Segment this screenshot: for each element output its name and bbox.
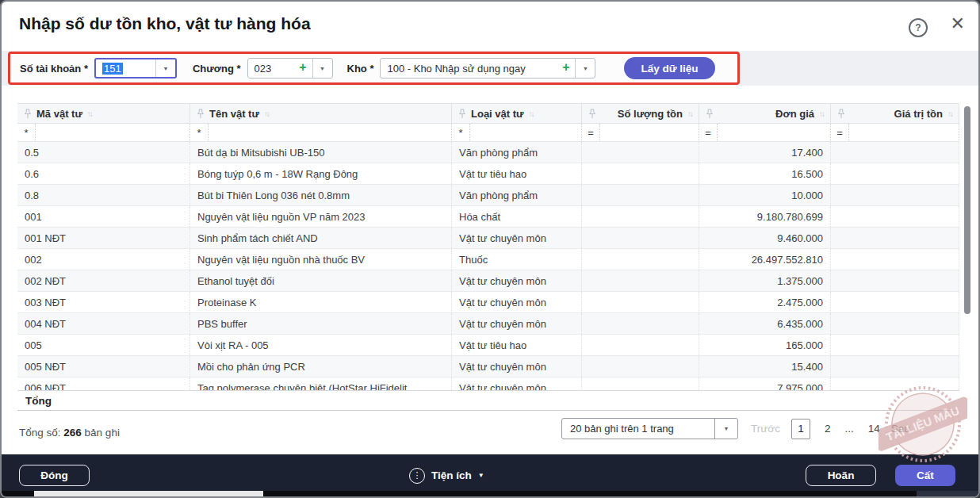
horizontal-scrollbar[interactable] (2, 491, 978, 496)
cell-quantity[interactable] (582, 292, 699, 312)
cell-name[interactable]: Bút dạ bi Mitsubishi UB-150 (190, 142, 452, 163)
column-header[interactable]: Đơn giá ↑↓ (699, 104, 831, 123)
cell-stock-value[interactable] (831, 313, 959, 334)
cell-type[interactable]: Vật tư chuyên môn (452, 356, 582, 377)
save-button[interactable]: Cất (895, 465, 955, 486)
cell-quantity[interactable] (582, 185, 699, 205)
cell-unit-price[interactable]: 1.375.000 (699, 270, 831, 291)
filter-cell[interactable]: = (831, 124, 959, 141)
close-button[interactable]: Đóng (19, 465, 90, 486)
cell-code[interactable]: 003 NĐT (17, 292, 190, 312)
cell-stock-value[interactable] (831, 249, 959, 270)
cell-type[interactable]: Văn phòng phẩm (452, 185, 582, 205)
horizontal-scrollbar-thumb[interactable] (34, 491, 263, 496)
cell-name[interactable]: Taq polymerase chuyên biệt (HotStar HiFi… (190, 377, 452, 390)
cell-quantity[interactable] (582, 356, 699, 377)
chevron-down-icon[interactable]: ▼ (155, 59, 175, 77)
cell-type[interactable]: Vật tư chuyên môn (452, 377, 582, 390)
cell-unit-price[interactable]: 9.180.780.699 (699, 206, 831, 227)
chevron-down-icon[interactable]: ▼ (312, 59, 332, 78)
cell-quantity[interactable] (582, 313, 699, 334)
fetch-data-button[interactable]: Lấy dữ liệu (624, 57, 714, 79)
cell-name[interactable]: Vòi xịt RA - 005 (190, 335, 452, 355)
page-number[interactable]: 1 (791, 419, 810, 439)
cell-type[interactable]: Vật tư tiêu hao (452, 163, 582, 184)
cell-quantity[interactable] (582, 270, 699, 291)
cell-stock-value[interactable] (831, 206, 959, 227)
filter-cell[interactable]: * (452, 124, 582, 141)
utilities-button[interactable]: ⋮ Tiện ích ▼ (409, 465, 484, 486)
cell-stock-value[interactable] (831, 270, 959, 291)
cell-name[interactable]: Proteinase K (190, 292, 452, 312)
cell-stock-value[interactable] (831, 142, 959, 163)
cell-quantity[interactable] (582, 335, 699, 355)
cell-unit-price[interactable]: 17.400 (699, 142, 831, 163)
column-header[interactable]: Mã vật tư ↑↓ (17, 104, 190, 123)
cell-name[interactable]: Ethanol tuyệt đối (190, 270, 452, 291)
cell-unit-price[interactable]: 16.500 (699, 163, 831, 184)
cell-unit-price[interactable]: 10.000 (699, 185, 831, 205)
cell-name[interactable]: Bóng tuýp 0,6 m - 18W Rạng Đông (190, 163, 452, 184)
cell-code[interactable]: 005 NĐT (17, 356, 190, 377)
page-number[interactable]: 2 (825, 423, 831, 435)
filter-cell[interactable]: = (582, 124, 699, 141)
cell-code[interactable]: 002 NĐT (17, 270, 190, 291)
cell-code[interactable]: 001 NĐT (17, 228, 190, 248)
cell-unit-price[interactable]: 7.975.000 (699, 377, 831, 390)
cell-type[interactable]: Vật tư chuyên môn (452, 228, 582, 248)
cell-quantity[interactable] (582, 228, 699, 248)
warehouse-combo[interactable]: 100 - Kho Nhập sử dụng ngay + ▼ (380, 58, 595, 79)
cell-unit-price[interactable]: 9.460.000 (699, 228, 831, 248)
vertical-scrollbar[interactable] (964, 105, 970, 389)
account-combo[interactable]: 151 ▼ (94, 58, 177, 79)
cell-name[interactable]: Bút bi Thiên Long 036 nét 0.8mm (190, 185, 452, 205)
cell-code[interactable]: 0.5 (17, 142, 190, 163)
close-icon[interactable]: ✕ (951, 15, 965, 33)
help-icon[interactable]: ? (909, 18, 928, 37)
cell-code[interactable]: 002 (17, 249, 190, 270)
cell-type[interactable]: Vật tư chuyên môn (452, 313, 582, 334)
cell-name[interactable]: PBS buffer (190, 313, 452, 334)
cell-stock-value[interactable] (831, 377, 959, 390)
next-page-button[interactable]: Sau (891, 423, 910, 435)
cell-stock-value[interactable] (831, 335, 959, 355)
cell-code[interactable]: 004 NĐT (17, 313, 190, 334)
cell-quantity[interactable] (582, 377, 699, 390)
cell-stock-value[interactable] (831, 185, 959, 205)
add-icon[interactable]: + (562, 60, 569, 75)
cell-code[interactable]: 005 (17, 335, 190, 355)
cell-type[interactable]: Văn phòng phẩm (452, 142, 582, 163)
cell-stock-value[interactable] (831, 163, 959, 184)
cell-quantity[interactable] (582, 142, 699, 163)
cell-stock-value[interactable] (831, 356, 959, 377)
filter-cell[interactable]: * (190, 124, 452, 141)
cell-type[interactable]: Thuốc (452, 249, 582, 270)
page-size-select[interactable]: 20 bản ghi trên 1 trang ▼ (561, 418, 738, 439)
filter-cell[interactable]: * (17, 124, 190, 141)
column-header[interactable]: Số lượng tồn ↑↓ (582, 104, 699, 123)
cell-quantity[interactable] (582, 206, 699, 227)
vertical-scrollbar-thumb[interactable] (964, 106, 970, 314)
cell-type[interactable]: Hóa chất (452, 206, 582, 227)
cell-code[interactable]: 0.6 (17, 163, 190, 184)
chevron-down-icon[interactable]: ▼ (575, 59, 595, 78)
cell-type[interactable]: Vật tư tiêu hao (452, 335, 582, 355)
column-header[interactable]: Loại vật tư ↑↓ (452, 104, 582, 123)
cell-unit-price[interactable]: 26.497.552.810 (699, 249, 831, 270)
cell-unit-price[interactable]: 6.435.000 (699, 313, 831, 334)
chapter-combo[interactable]: 023 + ▼ (247, 58, 333, 79)
page-number[interactable]: 14 (868, 423, 880, 435)
cell-type[interactable]: Vật tư chuyên môn (452, 270, 582, 291)
column-header[interactable]: Tên vật tư ↑↓ (190, 104, 452, 123)
cell-code[interactable]: 0.8 (17, 185, 190, 205)
cell-stock-value[interactable] (831, 228, 959, 248)
page-number[interactable]: ... (844, 423, 853, 435)
cell-type[interactable]: Vật tư chuyên môn (452, 292, 582, 312)
cell-stock-value[interactable] (831, 292, 959, 312)
cell-quantity[interactable] (582, 163, 699, 184)
cell-name[interactable]: Mồi cho phản ứng PCR (190, 356, 452, 377)
cell-unit-price[interactable]: 2.475.000 (699, 292, 831, 312)
postpone-button[interactable]: Hoãn (806, 465, 876, 486)
cell-unit-price[interactable]: 15.400 (699, 356, 831, 377)
cell-code[interactable]: 001 (17, 206, 190, 227)
